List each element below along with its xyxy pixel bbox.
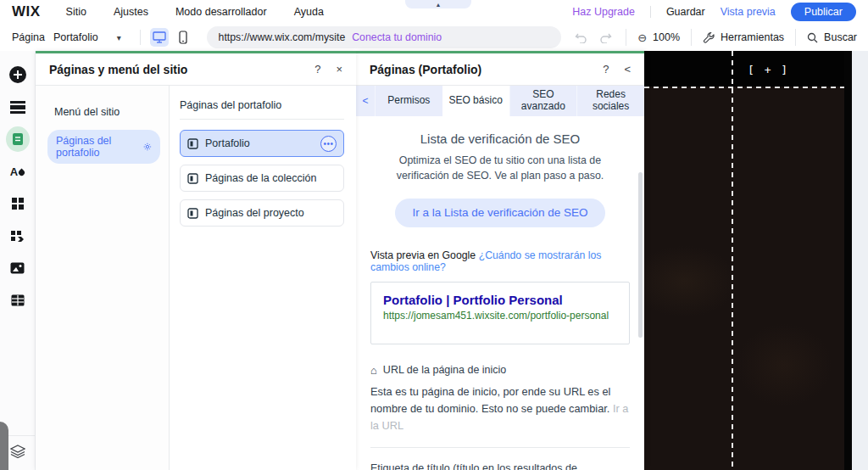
google-result-title: Portafolio | Portfolio Personal (383, 293, 617, 307)
cms-button[interactable] (6, 288, 30, 312)
add-section-button[interactable] (6, 95, 30, 119)
editor-toolbar: Página Portafolio ▾ https://www.wix.com/… (0, 24, 868, 51)
seo-checklist-title: Lista de verificación de SEO (370, 131, 630, 146)
seo-tabs: < Permisos SEO básico SEO avanzado Redes… (356, 86, 644, 116)
publish-button[interactable]: Publicar (791, 3, 856, 21)
google-preview-label: Vista previa en Google (370, 249, 476, 261)
google-result-card: Portafolio | Portfolio Personal https://… (370, 282, 630, 344)
mobile-view-button[interactable] (174, 28, 192, 47)
wix-logo: WIX (12, 3, 41, 20)
pages-active-circle (6, 126, 30, 152)
site-canvas[interactable]: [ + ] (644, 51, 844, 470)
zoom-out-icon[interactable]: ⊖ (637, 31, 647, 44)
upgrade-link[interactable]: Haz Upgrade (572, 6, 635, 18)
search-label: Buscar (824, 31, 857, 43)
pages-menu-button[interactable] (6, 127, 30, 151)
sections-icon (9, 100, 26, 114)
monitor-icon (153, 31, 166, 43)
panel-title: Páginas (Portafolio) (370, 63, 481, 76)
wrench-icon (703, 31, 715, 43)
page-more-button[interactable]: ••• (320, 136, 337, 152)
title-field-label: Etiqueta de título (título en los result… (370, 462, 630, 470)
image-icon (10, 262, 25, 274)
undo-button[interactable] (575, 32, 587, 43)
app-market-button[interactable] (6, 224, 30, 248)
seo-checklist-button[interactable]: Ir a la Lista de verificación de SEO (395, 199, 604, 227)
page-icon (187, 173, 198, 184)
save-link[interactable]: Guardar (666, 6, 705, 18)
section-guide-vertical (732, 51, 733, 470)
blocks-arrow-icon (10, 230, 25, 242)
page-seo-panel: Páginas (Portafolio) ? < < Permisos SEO … (356, 51, 644, 470)
back-button[interactable]: < (624, 63, 631, 76)
zoom-level: 100% (653, 31, 680, 43)
gear-icon[interactable] (143, 142, 152, 152)
page-document-icon (12, 132, 24, 146)
close-button[interactable]: × (336, 63, 342, 76)
panel-title: Páginas y menú del sitio (49, 63, 187, 76)
page-selector[interactable]: Portafolio ▾ (53, 31, 121, 43)
page-item-portafolio[interactable]: Portafolio ••• (180, 130, 344, 157)
canvas-header-section (644, 51, 844, 87)
media-button[interactable] (6, 256, 30, 280)
divider (650, 6, 651, 18)
page-item-label: Páginas del proyecto (205, 207, 304, 219)
google-result-url: https://jomesam451.wixsite.com/portfolio… (383, 310, 617, 322)
section-guide-horizontal (644, 87, 844, 88)
tabs-scroll-left-button[interactable]: < (356, 86, 375, 116)
menu-ajustes[interactable]: Ajustes (114, 6, 148, 18)
redo-icon (599, 32, 612, 43)
chat-widget-peek[interactable] (0, 422, 8, 470)
desktop-view-button[interactable] (150, 28, 169, 47)
home-icon: ⌂ (370, 364, 377, 377)
page-item-coleccion[interactable]: Páginas de la colección (180, 165, 344, 192)
page-icon (187, 208, 198, 219)
seo-content: Lista de verificación de SEO Optimiza el… (356, 116, 644, 470)
add-plus-icon (8, 65, 27, 84)
panel-scrollbar[interactable] (638, 172, 643, 338)
page-selector-value: Portafolio (53, 31, 98, 43)
search-button[interactable]: Buscar (795, 29, 868, 46)
zoom-control[interactable]: ⊖ 100% (626, 29, 691, 46)
page-item-label: Portafolio (205, 137, 250, 149)
divider (140, 30, 141, 45)
nav-item-portfolio-pages[interactable]: Páginas del portafolio (47, 130, 160, 164)
collapse-toolbar-tab[interactable]: ▲ (405, 0, 471, 8)
site-canvas-area: [ + ] (644, 51, 868, 470)
nav-item-label: Páginas del portafolio (56, 135, 139, 159)
divider (370, 447, 630, 448)
tools-label: Herramientas (721, 31, 784, 43)
pages-panel-nav: Menú del sitio Páginas del portafolio (36, 86, 170, 470)
layers-icon[interactable] (10, 445, 25, 458)
tab-seo-basico[interactable]: SEO básico (442, 86, 509, 116)
tab-seo-avanzado[interactable]: SEO avanzado (509, 86, 577, 116)
add-elements-button[interactable] (6, 63, 30, 87)
tools-button[interactable]: Herramientas (691, 29, 795, 46)
home-url-desc: Esta es tu página de inicio, por ende su… (370, 385, 610, 415)
page-item-proyecto[interactable]: Páginas del proyecto (180, 199, 344, 227)
menu-ayuda[interactable]: Ayuda (294, 6, 324, 18)
smartphone-icon (179, 31, 187, 44)
undo-icon (575, 32, 587, 43)
help-button[interactable]: ? (314, 63, 320, 76)
menu-sitio[interactable]: Sitio (66, 6, 86, 18)
apps-grid-icon (11, 197, 25, 210)
tab-permisos[interactable]: Permisos (375, 86, 442, 116)
redo-button[interactable] (599, 32, 612, 43)
page-item-label: Páginas de la colección (205, 172, 316, 184)
pages-list: Páginas del portafolio Portafolio ••• Pá… (170, 86, 356, 470)
tab-redes-sociales[interactable]: Redes sociales (576, 86, 644, 116)
site-url: https://www.wix.com/mysite (219, 31, 346, 43)
add-apps-button[interactable] (6, 192, 30, 215)
menu-modo-desarrollador[interactable]: Modo desarrollador (175, 6, 267, 18)
preview-link[interactable]: Vista previa (721, 6, 776, 18)
site-url-bar[interactable]: https://www.wix.com/mysite Conecta tu do… (207, 26, 562, 48)
add-element-placeholder[interactable]: [ + ] (748, 64, 789, 76)
connect-domain-link[interactable]: Conecta tu dominio (352, 31, 442, 43)
home-url-label: URL de la página de inicio (383, 364, 506, 376)
nav-item-site-menu[interactable]: Menú del sitio (47, 101, 160, 123)
chevron-up-icon: ▲ (436, 2, 442, 8)
site-design-button[interactable]: A (6, 159, 30, 183)
help-button[interactable]: ? (603, 63, 609, 76)
search-icon (807, 32, 818, 43)
